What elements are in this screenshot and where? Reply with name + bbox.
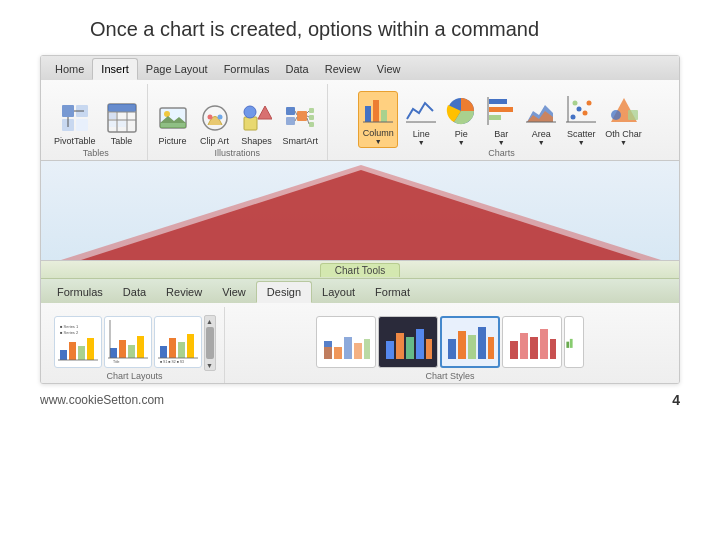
ribbon-top: Home Insert Page Layout Formulas Data Re… [41, 56, 679, 161]
tab-formulas[interactable]: Formulas [216, 58, 278, 80]
chart-area [41, 161, 680, 261]
svg-text:■ Series 1: ■ Series 1 [60, 324, 79, 329]
other-charts-button[interactable]: Oth Char ▼ [602, 93, 645, 148]
chart-layouts-group-label: Chart Layouts [106, 371, 162, 383]
tab-review[interactable]: Review [317, 58, 369, 80]
ribbon-tabs-top: Home Insert Page Layout Formulas Data Re… [41, 56, 679, 80]
chart-style-2[interactable] [378, 316, 438, 368]
svg-line-31 [307, 116, 309, 117]
tab-bottom-data[interactable]: Data [113, 281, 156, 303]
table-button[interactable]: Table [103, 100, 141, 148]
chart-layout-1[interactable]: ■ Series 1 ■ Series 2 [54, 316, 102, 368]
chart-style-3[interactable] [440, 316, 500, 368]
svg-rect-90 [478, 327, 486, 359]
column-label: Column [363, 128, 394, 138]
svg-line-29 [295, 117, 297, 121]
footer-url: www.cookieSetton.com [40, 393, 164, 407]
svg-rect-54 [628, 110, 638, 120]
ribbon-group-chart-layouts: ■ Series 1 ■ Series 2 [45, 307, 225, 383]
tab-bottom-formulas[interactable]: Formulas [47, 281, 113, 303]
tables-group-label: Tables [83, 148, 109, 160]
svg-rect-0 [62, 105, 74, 117]
chart-style-1[interactable] [316, 316, 376, 368]
chart-style-5[interactable] [564, 316, 584, 368]
column-arrow: ▼ [375, 138, 382, 145]
svg-rect-40 [489, 107, 513, 112]
svg-rect-89 [468, 335, 476, 359]
svg-rect-10 [109, 113, 116, 119]
chart-layout-3[interactable]: ■ S1 ■ S2 ■ S3 [154, 316, 202, 368]
pivot-table-button[interactable]: PivotTable [51, 100, 99, 148]
tab-page-layout[interactable]: Page Layout [138, 58, 216, 80]
svg-rect-15 [160, 123, 186, 128]
bar-chart-icon [485, 95, 517, 127]
chart-triangle [81, 170, 641, 260]
area-chart-button[interactable]: Area ▼ [522, 93, 560, 148]
svg-rect-87 [448, 339, 456, 359]
svg-marker-20 [258, 106, 272, 119]
svg-point-47 [577, 107, 582, 112]
picture-button[interactable]: Picture [154, 100, 192, 148]
svg-rect-63 [119, 340, 126, 358]
svg-rect-96 [550, 339, 556, 359]
svg-text:Title: Title [113, 360, 120, 364]
svg-line-30 [307, 111, 309, 113]
clip-art-button[interactable]: Clip Art [196, 100, 234, 148]
svg-rect-35 [381, 110, 387, 122]
svg-point-48 [583, 111, 588, 116]
shapes-icon [241, 102, 273, 134]
svg-rect-27 [309, 122, 314, 127]
svg-rect-22 [286, 107, 295, 115]
tab-bottom-format[interactable]: Format [365, 281, 420, 303]
tab-view[interactable]: View [369, 58, 409, 80]
chart-layouts-scrollbar[interactable]: ▲ ▼ [204, 315, 216, 371]
scroll-thumb [206, 327, 214, 359]
smart-art-button[interactable]: SmartArt [280, 100, 322, 148]
shapes-button[interactable]: Shapes [238, 100, 276, 148]
svg-rect-98 [570, 339, 573, 348]
bar-chart-button[interactable]: Bar ▼ [482, 93, 520, 148]
svg-line-32 [307, 118, 309, 124]
scroll-down-arrow[interactable]: ▼ [205, 360, 215, 370]
picture-label: Picture [159, 136, 187, 146]
svg-rect-64 [128, 345, 135, 358]
area-label: Area [532, 129, 551, 139]
svg-rect-80 [364, 339, 370, 359]
clip-art-icon [199, 102, 231, 134]
chart-layout-2[interactable]: Title [104, 316, 152, 368]
illustrations-group-label: Illustrations [215, 148, 261, 160]
tab-data[interactable]: Data [277, 58, 316, 80]
pie-chart-button[interactable]: Pie ▼ [442, 93, 480, 148]
chart-styles-group-label: Chart Styles [425, 371, 474, 383]
slide-container: Once a chart is created, options within … [0, 0, 720, 540]
line-chart-icon [405, 95, 437, 127]
svg-rect-70 [169, 338, 176, 358]
svg-rect-93 [520, 333, 528, 359]
svg-rect-78 [344, 337, 352, 359]
line-chart-button[interactable]: Line ▼ [402, 93, 440, 148]
clip-art-label: Clip Art [200, 136, 229, 146]
pivot-table-label: PivotTable [54, 136, 96, 146]
svg-rect-92 [510, 341, 518, 359]
scatter-label: Scatter [567, 129, 596, 139]
chart-style-icons [316, 309, 584, 371]
tab-insert[interactable]: Insert [92, 58, 138, 80]
tab-bottom-view[interactable]: View [212, 281, 256, 303]
tab-home[interactable]: Home [47, 58, 92, 80]
other-charts-label: Oth Char [605, 129, 642, 139]
tab-bottom-layout[interactable]: Layout [312, 281, 365, 303]
svg-point-21 [244, 106, 256, 118]
scroll-up-arrow[interactable]: ▲ [205, 316, 215, 326]
tab-bottom-design[interactable]: Design [256, 281, 312, 303]
column-chart-button[interactable]: Column ▼ [358, 91, 398, 148]
scatter-chart-button[interactable]: Scatter ▼ [562, 93, 600, 148]
ribbon-wrapper: Home Insert Page Layout Formulas Data Re… [40, 55, 680, 384]
chart-style-4[interactable] [502, 316, 562, 368]
svg-rect-97 [566, 342, 569, 348]
line-label: Line [413, 129, 430, 139]
bar-label: Bar [494, 129, 508, 139]
tab-bottom-review[interactable]: Review [156, 281, 212, 303]
svg-rect-71 [178, 342, 185, 358]
svg-rect-94 [530, 337, 538, 359]
ribbon-tabs-bottom: Formulas Data Review View Design Layout … [41, 279, 679, 303]
